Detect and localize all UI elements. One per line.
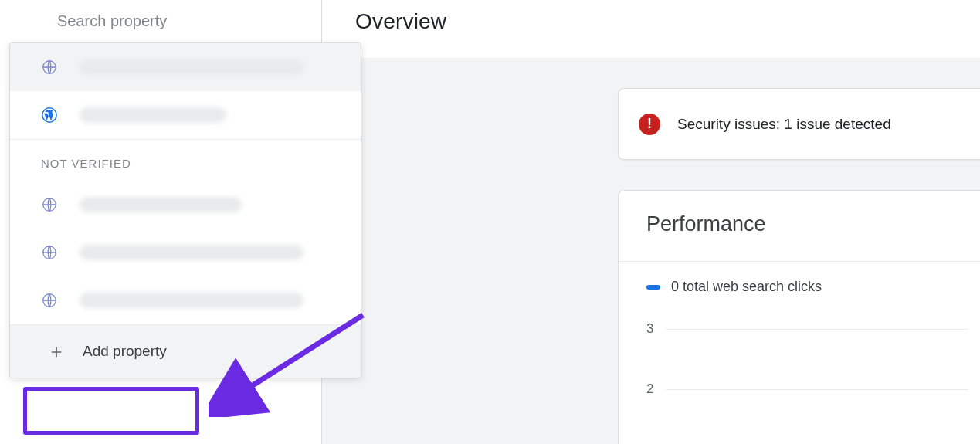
performance-card[interactable]: Performance 0 total web search clicks 3 … [618,190,980,444]
property-label-redacted [80,59,303,75]
chart-tick-row: 3 [646,321,968,337]
divider [619,261,980,262]
performance-legend: 0 total web search clicks [646,279,968,295]
legend-text: 0 total web search clicks [671,279,822,295]
globe-icon [41,59,58,76]
plus-icon: ＋ [47,339,66,364]
add-property-label: Add property [83,343,167,360]
legend-swatch [646,285,660,290]
chart-tick-row: 2 [646,381,968,397]
performance-title: Performance [646,212,968,236]
globe-icon [41,244,58,261]
property-label-redacted [80,197,242,212]
y-tick: 3 [646,321,666,337]
globe-icon [41,292,58,309]
property-label-redacted [80,245,303,260]
property-item[interactable] [10,229,361,276]
property-label-redacted [80,293,303,308]
search-property-input[interactable]: Search property [0,0,322,42]
property-item[interactable] [10,276,361,324]
property-item[interactable] [10,91,361,139]
y-tick: 2 [646,381,666,397]
gridline [666,329,968,330]
security-alert-card[interactable]: ! Security issues: 1 issue detected [618,88,980,160]
property-selector-dropdown: NOT VERIFIED ＋ Add property [9,42,361,378]
page-title: Overview [355,9,446,34]
wordpress-icon [41,107,58,124]
alert-icon: ! [639,114,660,135]
alert-text: Security issues: 1 issue detected [677,116,891,133]
property-label-redacted [80,107,226,123]
property-item[interactable] [10,43,361,91]
property-item[interactable] [10,181,361,229]
globe-icon [41,196,58,213]
add-property-button[interactable]: ＋ Add property [10,325,361,378]
gridline [666,389,968,390]
not-verified-label: NOT VERIFIED [10,140,361,181]
